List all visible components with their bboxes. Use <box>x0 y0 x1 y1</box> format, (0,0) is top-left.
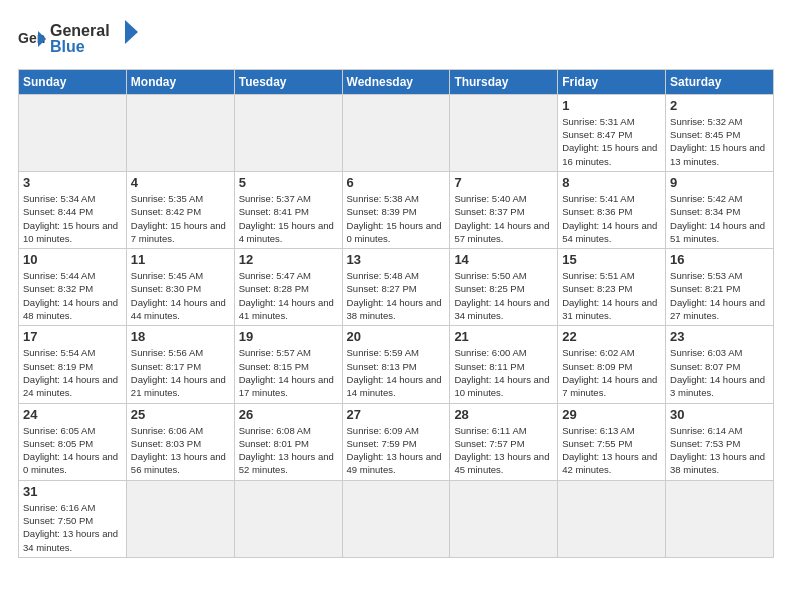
day-cell: 14Sunrise: 5:50 AM Sunset: 8:25 PM Dayli… <box>450 249 558 326</box>
day-cell <box>450 480 558 557</box>
day-info: Sunrise: 6:14 AM Sunset: 7:53 PM Dayligh… <box>670 424 769 477</box>
day-info: Sunrise: 5:45 AM Sunset: 8:30 PM Dayligh… <box>131 269 230 322</box>
day-info: Sunrise: 5:38 AM Sunset: 8:39 PM Dayligh… <box>347 192 446 245</box>
day-cell <box>126 480 234 557</box>
day-info: Sunrise: 5:37 AM Sunset: 8:41 PM Dayligh… <box>239 192 338 245</box>
day-cell: 8Sunrise: 5:41 AM Sunset: 8:36 PM Daylig… <box>558 171 666 248</box>
day-cell: 24Sunrise: 6:05 AM Sunset: 8:05 PM Dayli… <box>19 403 127 480</box>
day-number: 31 <box>23 484 122 499</box>
day-info: Sunrise: 6:16 AM Sunset: 7:50 PM Dayligh… <box>23 501 122 554</box>
day-cell: 27Sunrise: 6:09 AM Sunset: 7:59 PM Dayli… <box>342 403 450 480</box>
svg-text:General: General <box>50 22 110 39</box>
day-cell: 4Sunrise: 5:35 AM Sunset: 8:42 PM Daylig… <box>126 171 234 248</box>
weekday-header-monday: Monday <box>126 69 234 94</box>
day-info: Sunrise: 6:08 AM Sunset: 8:01 PM Dayligh… <box>239 424 338 477</box>
day-info: Sunrise: 5:34 AM Sunset: 8:44 PM Dayligh… <box>23 192 122 245</box>
logo: General General Blue <box>18 18 140 61</box>
day-info: Sunrise: 6:05 AM Sunset: 8:05 PM Dayligh… <box>23 424 122 477</box>
day-cell: 29Sunrise: 6:13 AM Sunset: 7:55 PM Dayli… <box>558 403 666 480</box>
calendar-table: SundayMondayTuesdayWednesdayThursdayFrid… <box>18 69 774 558</box>
weekday-header-sunday: Sunday <box>19 69 127 94</box>
day-cell <box>234 480 342 557</box>
week-row-3: 17Sunrise: 5:54 AM Sunset: 8:19 PM Dayli… <box>19 326 774 403</box>
day-cell: 17Sunrise: 5:54 AM Sunset: 8:19 PM Dayli… <box>19 326 127 403</box>
day-number: 2 <box>670 98 769 113</box>
svg-marker-4 <box>125 20 138 44</box>
day-cell <box>234 94 342 171</box>
day-cell: 23Sunrise: 6:03 AM Sunset: 8:07 PM Dayli… <box>666 326 774 403</box>
day-cell: 10Sunrise: 5:44 AM Sunset: 8:32 PM Dayli… <box>19 249 127 326</box>
day-info: Sunrise: 6:02 AM Sunset: 8:09 PM Dayligh… <box>562 346 661 399</box>
day-cell <box>126 94 234 171</box>
page: General General Blue SundayMondayTuesda <box>0 0 792 568</box>
day-info: Sunrise: 6:06 AM Sunset: 8:03 PM Dayligh… <box>131 424 230 477</box>
day-info: Sunrise: 5:48 AM Sunset: 8:27 PM Dayligh… <box>347 269 446 322</box>
day-cell <box>19 94 127 171</box>
day-number: 28 <box>454 407 553 422</box>
day-info: Sunrise: 5:57 AM Sunset: 8:15 PM Dayligh… <box>239 346 338 399</box>
day-cell: 25Sunrise: 6:06 AM Sunset: 8:03 PM Dayli… <box>126 403 234 480</box>
day-cell: 22Sunrise: 6:02 AM Sunset: 8:09 PM Dayli… <box>558 326 666 403</box>
day-number: 23 <box>670 329 769 344</box>
day-info: Sunrise: 6:00 AM Sunset: 8:11 PM Dayligh… <box>454 346 553 399</box>
day-info: Sunrise: 5:54 AM Sunset: 8:19 PM Dayligh… <box>23 346 122 399</box>
day-info: Sunrise: 5:51 AM Sunset: 8:23 PM Dayligh… <box>562 269 661 322</box>
day-cell: 11Sunrise: 5:45 AM Sunset: 8:30 PM Dayli… <box>126 249 234 326</box>
day-info: Sunrise: 5:59 AM Sunset: 8:13 PM Dayligh… <box>347 346 446 399</box>
day-number: 12 <box>239 252 338 267</box>
weekday-header-saturday: Saturday <box>666 69 774 94</box>
day-number: 27 <box>347 407 446 422</box>
day-cell: 30Sunrise: 6:14 AM Sunset: 7:53 PM Dayli… <box>666 403 774 480</box>
day-number: 30 <box>670 407 769 422</box>
svg-text:Blue: Blue <box>50 38 85 55</box>
day-number: 21 <box>454 329 553 344</box>
day-number: 25 <box>131 407 230 422</box>
week-row-0: 1Sunrise: 5:31 AM Sunset: 8:47 PM Daylig… <box>19 94 774 171</box>
day-number: 1 <box>562 98 661 113</box>
day-number: 3 <box>23 175 122 190</box>
day-cell: 31Sunrise: 6:16 AM Sunset: 7:50 PM Dayli… <box>19 480 127 557</box>
day-number: 6 <box>347 175 446 190</box>
day-info: Sunrise: 6:03 AM Sunset: 8:07 PM Dayligh… <box>670 346 769 399</box>
day-cell <box>450 94 558 171</box>
day-number: 7 <box>454 175 553 190</box>
day-cell <box>666 480 774 557</box>
weekday-header-tuesday: Tuesday <box>234 69 342 94</box>
day-info: Sunrise: 5:35 AM Sunset: 8:42 PM Dayligh… <box>131 192 230 245</box>
day-info: Sunrise: 5:31 AM Sunset: 8:47 PM Dayligh… <box>562 115 661 168</box>
day-number: 29 <box>562 407 661 422</box>
weekday-header-row: SundayMondayTuesdayWednesdayThursdayFrid… <box>19 69 774 94</box>
header: General General Blue <box>18 18 774 61</box>
day-info: Sunrise: 5:56 AM Sunset: 8:17 PM Dayligh… <box>131 346 230 399</box>
day-info: Sunrise: 5:42 AM Sunset: 8:34 PM Dayligh… <box>670 192 769 245</box>
day-number: 8 <box>562 175 661 190</box>
day-cell: 18Sunrise: 5:56 AM Sunset: 8:17 PM Dayli… <box>126 326 234 403</box>
week-row-2: 10Sunrise: 5:44 AM Sunset: 8:32 PM Dayli… <box>19 249 774 326</box>
day-cell: 28Sunrise: 6:11 AM Sunset: 7:57 PM Dayli… <box>450 403 558 480</box>
day-cell: 1Sunrise: 5:31 AM Sunset: 8:47 PM Daylig… <box>558 94 666 171</box>
day-cell <box>342 94 450 171</box>
day-cell <box>558 480 666 557</box>
day-cell: 7Sunrise: 5:40 AM Sunset: 8:37 PM Daylig… <box>450 171 558 248</box>
day-cell: 9Sunrise: 5:42 AM Sunset: 8:34 PM Daylig… <box>666 171 774 248</box>
weekday-header-friday: Friday <box>558 69 666 94</box>
logo-icon: General <box>18 27 46 51</box>
day-info: Sunrise: 5:47 AM Sunset: 8:28 PM Dayligh… <box>239 269 338 322</box>
day-cell: 5Sunrise: 5:37 AM Sunset: 8:41 PM Daylig… <box>234 171 342 248</box>
day-cell: 2Sunrise: 5:32 AM Sunset: 8:45 PM Daylig… <box>666 94 774 171</box>
day-number: 17 <box>23 329 122 344</box>
day-info: Sunrise: 6:11 AM Sunset: 7:57 PM Dayligh… <box>454 424 553 477</box>
day-number: 13 <box>347 252 446 267</box>
day-number: 14 <box>454 252 553 267</box>
day-number: 5 <box>239 175 338 190</box>
day-info: Sunrise: 5:44 AM Sunset: 8:32 PM Dayligh… <box>23 269 122 322</box>
day-number: 9 <box>670 175 769 190</box>
day-number: 26 <box>239 407 338 422</box>
day-cell: 16Sunrise: 5:53 AM Sunset: 8:21 PM Dayli… <box>666 249 774 326</box>
day-cell: 3Sunrise: 5:34 AM Sunset: 8:44 PM Daylig… <box>19 171 127 248</box>
day-number: 16 <box>670 252 769 267</box>
day-info: Sunrise: 5:53 AM Sunset: 8:21 PM Dayligh… <box>670 269 769 322</box>
day-cell: 21Sunrise: 6:00 AM Sunset: 8:11 PM Dayli… <box>450 326 558 403</box>
day-info: Sunrise: 5:41 AM Sunset: 8:36 PM Dayligh… <box>562 192 661 245</box>
week-row-5: 31Sunrise: 6:16 AM Sunset: 7:50 PM Dayli… <box>19 480 774 557</box>
